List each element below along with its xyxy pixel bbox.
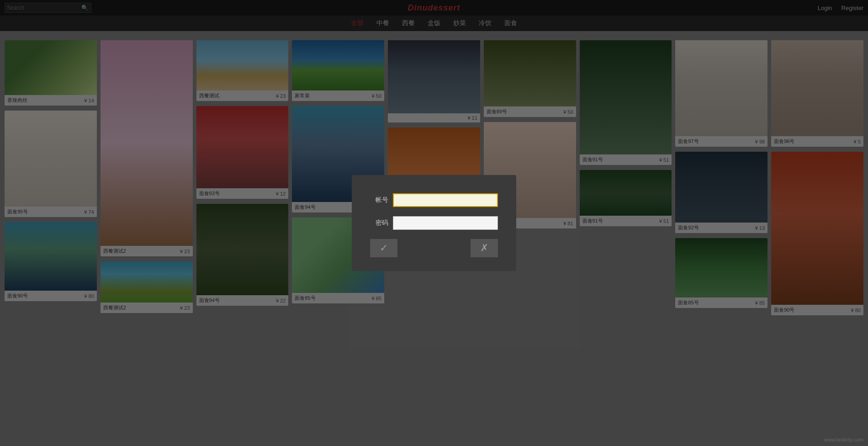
confirm-icon: ✓ (380, 242, 388, 254)
password-input[interactable] (393, 216, 498, 230)
modal-cancel-button[interactable]: ✗ (471, 239, 498, 257)
password-label: 密码 (370, 219, 388, 227)
cancel-icon: ✗ (480, 242, 488, 254)
login-modal: 帐号 密码 ✓ ✗ (352, 175, 516, 271)
password-field: 密码 (370, 216, 498, 230)
modal-confirm-button[interactable]: ✓ (370, 239, 397, 257)
modal-overlay[interactable]: 帐号 密码 ✓ ✗ (0, 0, 868, 446)
account-label: 帐号 (370, 196, 388, 204)
account-input[interactable] (393, 193, 498, 207)
modal-buttons: ✓ ✗ (370, 239, 498, 257)
account-field: 帐号 (370, 193, 498, 207)
